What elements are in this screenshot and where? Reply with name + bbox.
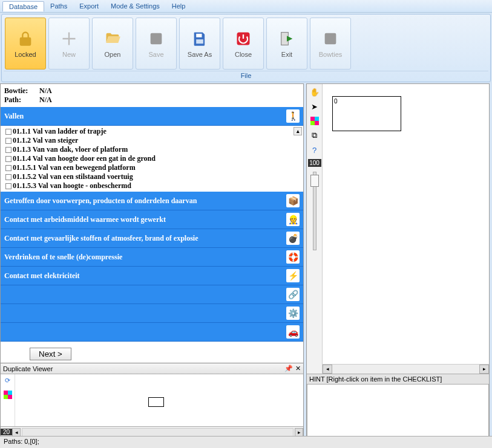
checkbox-icon[interactable]: [5, 129, 11, 135]
zoom-thumb[interactable]: [310, 175, 319, 187]
fall-icon: 🚶: [286, 109, 300, 123]
menu-database[interactable]: Database: [2, 1, 44, 11]
category-verdrinken[interactable]: Verdrinken of te snelle (de)compressie 🛟: [1, 248, 303, 267]
checkbox-icon[interactable]: [5, 138, 11, 144]
list-item[interactable]: 01.1.2 Val van steiger: [5, 136, 301, 145]
open-button[interactable]: Open: [92, 18, 133, 70]
checkbox-icon[interactable]: [5, 147, 11, 153]
save-label: Save: [148, 51, 163, 58]
open-label: Open: [105, 51, 121, 58]
help-icon[interactable]: ?: [309, 144, 320, 155]
checkbox-icon[interactable]: [5, 183, 11, 189]
dup-zoom-value: 20: [1, 429, 12, 435]
checkbox-icon[interactable]: [5, 165, 11, 171]
category-elektriciteit[interactable]: Contact met elektriciteit ⚡: [1, 267, 303, 285]
plus-icon: [59, 29, 79, 48]
copy-icon[interactable]: ⧉: [309, 130, 320, 141]
worker-icon: 👷: [286, 213, 300, 226]
exit-label: Exit: [281, 51, 292, 58]
save-as-label: Save As: [188, 51, 212, 58]
canvas-node[interactable]: 0: [332, 96, 401, 131]
checkbox-icon[interactable]: [5, 156, 11, 162]
close-label: Close: [235, 51, 252, 58]
path-value: N/A: [39, 96, 52, 105]
category-7[interactable]: 🔗: [1, 285, 303, 304]
node-label: 0: [334, 98, 338, 105]
refresh-icon[interactable]: ⟳: [5, 377, 10, 385]
list-item[interactable]: 01.1.1 Val van ladder of trapje: [5, 127, 301, 136]
category-getroffen[interactable]: Getroffen door voorwerpen, producten of …: [1, 192, 303, 210]
object-icon: 📦: [286, 194, 300, 207]
menu-paths[interactable]: Paths: [44, 1, 73, 11]
save-icon: [146, 29, 166, 48]
folder-open-icon: [103, 29, 122, 48]
bowties-icon: [321, 29, 340, 48]
dup-node[interactable]: [148, 397, 164, 407]
link-icon: 🔗: [286, 288, 300, 301]
right-panel: ✋ ➤ ⧉ ? 100 0 ◂ ▸: [306, 83, 490, 438]
category-9[interactable]: 🚗: [1, 323, 303, 342]
zoom-slider[interactable]: [313, 172, 317, 250]
menu-export[interactable]: Export: [73, 1, 105, 11]
bowties-button[interactable]: Bowties: [310, 18, 351, 70]
list-item[interactable]: 01.1.3 Van van dak, vloer of platform: [5, 145, 301, 154]
color-icon[interactable]: [4, 391, 12, 399]
category-title: Vallen: [4, 112, 24, 121]
zoom-value: 100: [308, 159, 321, 167]
color-icon[interactable]: [309, 115, 320, 126]
canvas-h-scrollbar[interactable]: ◂ ▸: [323, 364, 489, 374]
canvas-tools: ✋ ➤ ⧉ ? 100: [307, 84, 323, 374]
category-gevaarlijke[interactable]: Contact met gevaarlijke stoffen of atmos…: [1, 229, 303, 248]
locked-button[interactable]: Locked: [5, 18, 46, 70]
checkbox-icon[interactable]: [5, 174, 11, 180]
list-item[interactable]: 01.1.5.1 Val van een bewegend platform: [5, 163, 301, 172]
category-vallen-items: ▴ 01.1.1 Val van ladder of trapje 01.1.2…: [1, 126, 303, 192]
main-split: Bowtie: N/A Path: N/A Vallen 🚶 ▴ 01.1.1 …: [0, 83, 492, 438]
pointer-icon[interactable]: ➤: [309, 101, 320, 112]
scroll-up-button[interactable]: ▴: [294, 127, 302, 135]
bowties-label: Bowties: [319, 51, 343, 58]
list-item[interactable]: 01.1.5.2 Val van een stilstaand voertuig: [5, 172, 301, 181]
menu-mode-settings[interactable]: Mode & Settings: [105, 1, 166, 11]
save-as-button[interactable]: Save As: [179, 18, 220, 70]
ribbon-group-label: File: [4, 71, 488, 80]
hand-icon[interactable]: ✋: [309, 86, 320, 97]
svg-rect-0: [151, 33, 162, 45]
category-title: Contact met elektriciteit: [4, 271, 80, 281]
list-item[interactable]: 01.1.5.3 Val van hoogte - onbeschermd: [5, 181, 301, 190]
pin-icon[interactable]: 📌: [284, 365, 293, 372]
close-button[interactable]: Close: [223, 18, 264, 70]
next-button[interactable]: Next >: [30, 348, 71, 360]
duplicate-viewer: Duplicate Viewer 📌 ✕ ⟳ 20: [1, 363, 303, 437]
category-8[interactable]: ⚙️: [1, 304, 303, 323]
gear-icon: ⚙️: [286, 307, 300, 320]
canvas[interactable]: 0 ◂ ▸: [323, 84, 489, 374]
power-icon: [234, 29, 253, 48]
hint-bar: HINT [Right-click on item in the CHECKLI…: [307, 374, 489, 384]
category-vallen[interactable]: Vallen 🚶: [1, 107, 303, 126]
close-icon[interactable]: ✕: [295, 365, 301, 372]
dup-canvas[interactable]: [15, 374, 303, 426]
lock-icon: [16, 29, 35, 48]
dup-scrollbar[interactable]: [22, 428, 294, 437]
scroll-left-icon[interactable]: ◂: [12, 428, 21, 437]
svg-rect-8: [4, 395, 8, 399]
scroll-left-icon[interactable]: ◂: [323, 365, 332, 374]
svg-rect-5: [325, 33, 336, 45]
menu-help[interactable]: Help: [166, 1, 192, 11]
scroll-right-icon[interactable]: ▸: [479, 365, 489, 374]
new-button[interactable]: New: [48, 18, 90, 70]
svg-rect-11: [310, 121, 315, 125]
category-title: Contact met gevaarlijke stoffen of atmos…: [4, 234, 198, 243]
category-title: Verdrinken of te snelle (de)compressie: [4, 253, 122, 262]
svg-rect-7: [8, 391, 12, 395]
exit-icon: [277, 29, 297, 48]
list-item[interactable]: 01.1.4 Val van hoogte door een gat in de…: [5, 154, 301, 163]
category-arbeidsmiddel[interactable]: Contact met arbeidsmiddel waarmee wordt …: [1, 210, 303, 229]
category-tree: Vallen 🚶 ▴ 01.1.1 Val van ladder of trap…: [1, 107, 303, 345]
svg-rect-10: [315, 117, 319, 121]
exit-button[interactable]: Exit: [266, 18, 307, 70]
status-bar: Paths: 0,[0];: [0, 436, 492, 448]
scroll-right-icon[interactable]: ▸: [295, 428, 303, 437]
save-button[interactable]: Save: [136, 18, 177, 70]
